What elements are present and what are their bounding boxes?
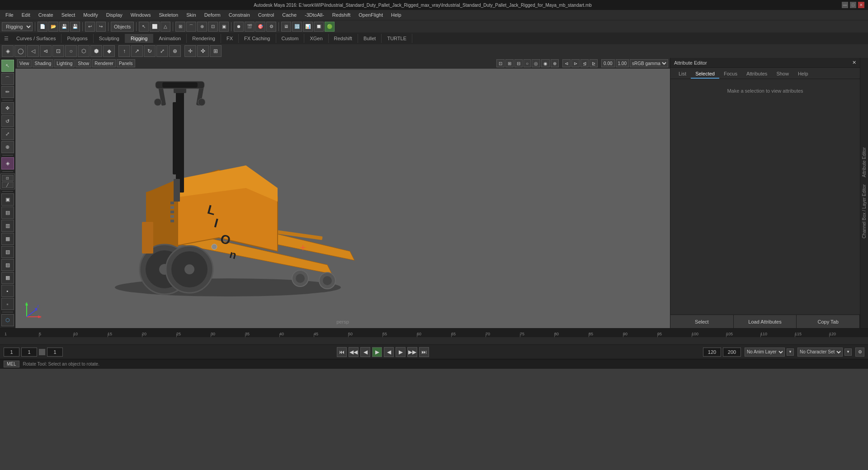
attr-tab-selected[interactable]: Selected	[691, 70, 719, 79]
timeline-ruler[interactable]: 5101520253035404550556065707580859095100…	[0, 329, 868, 337]
tab-rigging[interactable]: Rigging	[125, 34, 153, 43]
tab-sculpting[interactable]: Sculpting	[94, 34, 125, 43]
anim-layer-arrow[interactable]: ▼	[787, 348, 794, 356]
attr-copy-button[interactable]: Copy Tab	[797, 315, 860, 328]
extra-tool9[interactable]: ▫	[1, 298, 14, 310]
disp-btn3[interactable]: 📊	[303, 22, 313, 32]
attr-tab-attributes[interactable]: Attributes	[742, 70, 772, 79]
tab-turtle[interactable]: TURTLE	[382, 34, 412, 43]
extra-tool10[interactable]: ⬡	[1, 314, 14, 326]
pb-step-forward[interactable]: ▶▶	[407, 347, 417, 357]
menu-openflight[interactable]: OpenFlight	[355, 11, 387, 19]
select-tool[interactable]: ↖	[1, 60, 14, 72]
right-tab-channel[interactable]: Channel Box / Layer Editor	[861, 181, 868, 242]
render-btn[interactable]: 🎬	[245, 22, 255, 32]
total-end-input[interactable]	[723, 348, 741, 357]
vp-icon9[interactable]: ⊳	[571, 59, 580, 67]
open-button[interactable]: 📂	[48, 22, 58, 32]
vp-shading-menu[interactable]: Shading	[33, 59, 54, 67]
paint-select-btn[interactable]: ⬜	[150, 22, 160, 32]
attr-panel-close[interactable]: ✕	[852, 60, 856, 66]
tool-move-y[interactable]: ↗	[131, 45, 143, 57]
vertex-mode[interactable]: ⊡	[2, 175, 14, 181]
attr-tab-help[interactable]: Help	[793, 70, 813, 79]
tool-scale[interactable]: ⤢	[156, 45, 168, 57]
pb-step-back[interactable]: ◀◀	[349, 347, 359, 357]
menu-control[interactable]: Control	[255, 11, 278, 19]
disp-btn2[interactable]: 🔢	[292, 22, 302, 32]
vp-icon1[interactable]: ⊡	[496, 59, 505, 67]
vp-lighting-menu[interactable]: Lighting	[54, 59, 75, 67]
menu-skeleton[interactable]: Skeleton	[155, 11, 182, 19]
script-mode-btn[interactable]: MEL	[4, 361, 19, 367]
new-button[interactable]: 📄	[38, 22, 47, 32]
gamma-select[interactable]: sRGB gamma	[630, 59, 668, 67]
menu-deform[interactable]: Deform	[201, 11, 224, 19]
char-set-arrow[interactable]: ▼	[844, 348, 852, 356]
vp-show-menu[interactable]: Show	[75, 59, 91, 67]
tool-lasso[interactable]: ◯	[14, 45, 26, 57]
menu-skin[interactable]: Skin	[183, 11, 199, 19]
menu-create[interactable]: Create	[35, 11, 57, 19]
paint-tool[interactable]: ✏	[1, 86, 14, 98]
tool-arrow[interactable]: ⊲	[40, 45, 52, 57]
menu-constrain[interactable]: Constrain	[225, 11, 254, 19]
tab-bullet[interactable]: Bullet	[358, 34, 382, 43]
disp-btn5[interactable]: 🟢	[325, 22, 335, 32]
right-tab-attr[interactable]: Attribute Editor	[861, 144, 868, 181]
redo-button[interactable]: ↪	[96, 22, 106, 32]
range-end-input[interactable]	[703, 348, 721, 357]
vp-panels-menu[interactable]: Panels	[117, 59, 135, 67]
menu-select[interactable]: Select	[58, 11, 79, 19]
disp-btn1[interactable]: 🖥	[281, 22, 291, 32]
tab-redshift[interactable]: Redshift	[329, 34, 358, 43]
current-frame-input[interactable]	[4, 348, 19, 357]
vp-val1[interactable]: 0.00	[601, 59, 614, 67]
vp-icon7[interactable]: ⊕	[551, 59, 559, 67]
vp-renderer-menu[interactable]: Renderer	[92, 59, 116, 67]
menu-help[interactable]: Help	[387, 11, 405, 19]
disp-btn4[interactable]: 🔲	[314, 22, 324, 32]
menu-cache[interactable]: Cache	[278, 11, 300, 19]
save-as-button[interactable]: 💾	[70, 22, 80, 32]
character-set-select[interactable]: No Character Set	[797, 348, 843, 357]
vp-icon6[interactable]: ◉	[541, 59, 550, 67]
tool-cross2[interactable]: ⊞	[210, 45, 222, 57]
tab-polygons[interactable]: Polygons	[61, 34, 93, 43]
menu-3dtoall[interactable]: -3DtoAll-	[301, 11, 328, 19]
vp-icon10[interactable]: ⊴	[580, 59, 589, 67]
mode-dropdown[interactable]: Rigging	[2, 22, 33, 31]
ipr-btn[interactable]: 🎯	[255, 22, 265, 32]
tool-move-x[interactable]: ↑	[118, 45, 130, 57]
tool-extra3[interactable]: ⊕	[169, 45, 181, 57]
attr-tab-show[interactable]: Show	[772, 70, 793, 79]
snap-grid-btn[interactable]: ⊞	[175, 22, 185, 32]
scale-tool[interactable]: ⤢	[1, 128, 14, 140]
pb-play-forward[interactable]: ▶	[372, 347, 382, 357]
tool-circle[interactable]: ○	[65, 45, 77, 57]
menu-file[interactable]: File	[2, 11, 17, 19]
pb-go-start[interactable]: ⏮	[337, 347, 347, 357]
extra-tool1[interactable]: ▣	[1, 193, 14, 206]
tab-animation[interactable]: Animation	[153, 34, 187, 43]
lasso-tool[interactable]: ⌒	[1, 73, 14, 85]
tool-box[interactable]: ⊡	[52, 45, 64, 57]
history-btn[interactable]: ⏺	[234, 22, 244, 32]
tool-q[interactable]: ◈	[2, 45, 14, 57]
tab-rendering[interactable]: Rendering	[187, 34, 221, 43]
edge-mode[interactable]: ╱	[2, 182, 14, 188]
tab-curves-surfaces[interactable]: Curves / Surfaces	[11, 34, 61, 43]
render-settings-btn[interactable]: ⚙	[266, 22, 276, 32]
select-mode-btn[interactable]: ↖	[139, 22, 149, 32]
objects-button[interactable]: Objects	[111, 22, 134, 32]
pb-next-frame[interactable]: ▶	[396, 347, 406, 357]
timeline-track[interactable]	[0, 337, 868, 344]
snap-curve-btn[interactable]: ⌒	[186, 22, 196, 32]
pb-go-end[interactable]: ⏭	[419, 347, 429, 357]
tab-fx[interactable]: FX	[221, 34, 239, 43]
universal-tool[interactable]: ⊕	[1, 141, 14, 153]
vp-icon11[interactable]: ⊵	[590, 59, 598, 67]
save-button[interactable]: 💾	[59, 22, 69, 32]
range-label-input[interactable]	[47, 348, 63, 357]
viewport-3d[interactable]: L I O n	[15, 69, 670, 328]
